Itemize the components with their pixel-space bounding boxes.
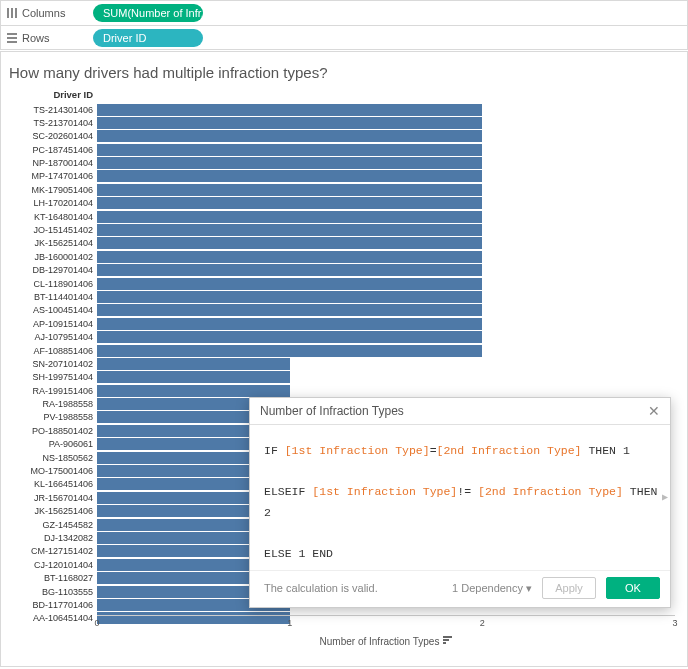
bar-label[interactable]: GZ-1454582: [9, 520, 97, 530]
bar-label[interactable]: JR-156701404: [9, 493, 97, 503]
ok-button[interactable]: OK: [606, 577, 660, 599]
bar-label[interactable]: CL-118901406: [9, 279, 97, 289]
bar-label[interactable]: PC-187451406: [9, 145, 97, 155]
bar-fill[interactable]: [97, 264, 482, 276]
x-tick: 1: [287, 618, 292, 628]
bar-label[interactable]: NS-1850562: [9, 453, 97, 463]
bar-label[interactable]: MK-179051406: [9, 185, 97, 195]
columns-shelf[interactable]: Columns SUM(Number of Infr..: [0, 0, 688, 25]
rows-icon: [7, 33, 17, 43]
row-field-header[interactable]: Driver ID: [9, 89, 97, 100]
bar-label[interactable]: BD-117701406: [9, 600, 97, 610]
bar-label[interactable]: DB-129701404: [9, 265, 97, 275]
sort-descending-icon[interactable]: [443, 635, 452, 647]
bar-track: [97, 304, 675, 317]
bar-fill[interactable]: [97, 251, 482, 263]
bar-label[interactable]: SN-207101402: [9, 359, 97, 369]
bar-label[interactable]: NP-187001404: [9, 158, 97, 168]
bar-fill[interactable]: [97, 358, 290, 370]
bar-fill[interactable]: [97, 130, 482, 142]
bar-label[interactable]: JB-160001402: [9, 252, 97, 262]
bar-track: [97, 331, 675, 344]
code-line: ELSE 1 END: [264, 544, 658, 565]
bar-label[interactable]: RA-199151406: [9, 386, 97, 396]
bar-fill[interactable]: [97, 371, 290, 383]
bar-fill[interactable]: [97, 170, 482, 182]
bar-fill[interactable]: [97, 144, 482, 156]
svg-rect-3: [7, 33, 17, 35]
bar-label[interactable]: BT-1168027: [9, 573, 97, 583]
bar-fill[interactable]: [97, 331, 482, 343]
bar-fill[interactable]: [97, 197, 482, 209]
bar-label[interactable]: AP-109151404: [9, 319, 97, 329]
columns-shelf-text: Columns: [22, 7, 65, 19]
bar-label[interactable]: TS-213701404: [9, 118, 97, 128]
bar-fill[interactable]: [97, 237, 482, 249]
bar-label[interactable]: DJ-1342082: [9, 533, 97, 543]
bar-label[interactable]: LH-170201404: [9, 198, 97, 208]
bar-row: CL-118901406: [9, 277, 675, 290]
bar-fill[interactable]: [97, 318, 482, 330]
bar-fill[interactable]: [97, 104, 482, 116]
bar-row: KT-164801404: [9, 210, 675, 223]
bar-label[interactable]: SH-199751404: [9, 372, 97, 382]
close-icon[interactable]: ✕: [648, 404, 660, 418]
pill-driver-id[interactable]: Driver ID: [93, 29, 203, 47]
columns-shelf-label: Columns: [7, 7, 85, 19]
bar-row: TS-213701404: [9, 116, 675, 129]
bar-fill[interactable]: [97, 291, 482, 303]
bar-row: BT-114401404: [9, 290, 675, 303]
chevron-down-icon: ▾: [526, 582, 532, 595]
bar-row: RA-199151406: [9, 384, 675, 397]
bar-track: [97, 130, 675, 143]
bar-label[interactable]: KL-166451406: [9, 479, 97, 489]
bar-row: SH-199751404: [9, 371, 675, 384]
bar-label[interactable]: JO-151451402: [9, 225, 97, 235]
bar-fill[interactable]: [97, 184, 482, 196]
bar-label[interactable]: BG-1103555: [9, 587, 97, 597]
code-line: ELSEIF [1st Infraction Type]!= [2nd Infr…: [264, 482, 658, 523]
bar-fill[interactable]: [97, 157, 482, 169]
bar-track: [97, 237, 675, 250]
dependencies-dropdown[interactable]: 1 Dependency ▾: [452, 582, 532, 595]
bar-fill[interactable]: [97, 345, 482, 357]
bar-track: [97, 264, 675, 277]
bar-label[interactable]: CJ-120101404: [9, 560, 97, 570]
bar-label[interactable]: SC-202601404: [9, 131, 97, 141]
bar-label[interactable]: BT-114401404: [9, 292, 97, 302]
bar-label[interactable]: JK-156251406: [9, 506, 97, 516]
bar-fill[interactable]: [97, 385, 290, 397]
bar-label[interactable]: MO-175001406: [9, 466, 97, 476]
bar-fill[interactable]: [97, 224, 482, 236]
pill-label: Driver ID: [103, 32, 146, 44]
x-tick: 0: [94, 618, 99, 628]
bar-label[interactable]: PV-1988558: [9, 412, 97, 422]
expand-right-icon[interactable]: ▶: [662, 489, 668, 507]
bar-label[interactable]: MP-174701406: [9, 171, 97, 181]
bar-fill[interactable]: [97, 278, 482, 290]
bar-label[interactable]: PA-906061: [9, 439, 97, 449]
bar-label[interactable]: AS-100451404: [9, 305, 97, 315]
bar-label[interactable]: TS-214301406: [9, 105, 97, 115]
calc-status-text: The calculation is valid.: [264, 582, 442, 594]
bar-label[interactable]: PO-188501402: [9, 426, 97, 436]
x-axis[interactable]: 0 1 2 3: [97, 615, 675, 631]
bar-label[interactable]: AJ-107951404: [9, 332, 97, 342]
bar-fill[interactable]: [97, 304, 482, 316]
calc-code-editor[interactable]: IF [1st Infraction Type]=[2nd Infraction…: [250, 425, 670, 570]
bar-fill[interactable]: [97, 117, 482, 129]
bar-fill[interactable]: [97, 211, 482, 223]
bar-label[interactable]: JK-156251404: [9, 238, 97, 248]
bar-label[interactable]: CM-127151402: [9, 546, 97, 556]
apply-button[interactable]: Apply: [542, 577, 596, 599]
x-axis-title[interactable]: Number of Infraction Types: [320, 636, 440, 647]
rows-shelf[interactable]: Rows Driver ID: [0, 25, 688, 50]
bar-label[interactable]: AA-106451404: [9, 613, 97, 623]
bar-label[interactable]: KT-164801404: [9, 212, 97, 222]
bar-row: JB-160001402: [9, 250, 675, 263]
bar-label[interactable]: RA-1988558: [9, 399, 97, 409]
bar-track: [97, 157, 675, 170]
bar-label[interactable]: AF-108851406: [9, 346, 97, 356]
pill-sum-infraction-types[interactable]: SUM(Number of Infr..: [93, 4, 203, 22]
dialog-header[interactable]: Number of Infraction Types ✕: [250, 398, 670, 425]
